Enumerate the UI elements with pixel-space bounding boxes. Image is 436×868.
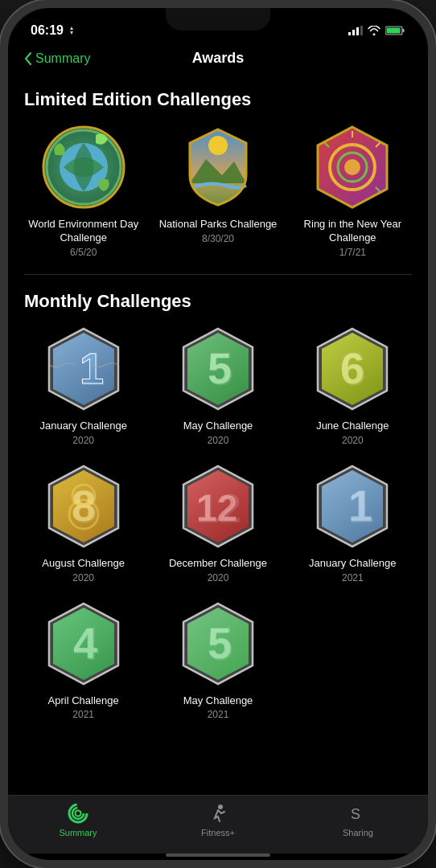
tab-bar: Summary Fitness+ S Sharing xyxy=(8,795,428,854)
award-item-apr2021[interactable]: 4 4 April Challenge 2021 xyxy=(24,600,142,721)
tab-summary[interactable]: Summary xyxy=(8,802,148,837)
apr2021-badge: 4 4 xyxy=(39,600,128,688)
svg-point-14 xyxy=(344,159,360,175)
jun2020-name: June Challenge xyxy=(316,420,389,433)
may2021-name: May Challenge xyxy=(183,694,253,708)
svg-rect-2 xyxy=(356,27,359,35)
summary-tab-label: Summary xyxy=(59,828,97,837)
limited-section-header: Limited Edition Challenges xyxy=(24,89,412,110)
svg-text:12: 12 xyxy=(196,487,237,529)
dec2020-badge: 12 12 xyxy=(174,462,262,551)
jun2020-badge: 6 6 xyxy=(308,325,397,413)
svg-rect-5 xyxy=(403,29,405,32)
award-item-jun2020[interactable]: 6 6 June Challenge 2020 xyxy=(294,325,412,446)
svg-rect-0 xyxy=(348,32,351,35)
status-icons xyxy=(348,26,405,35)
aug2020-name: August Challenge xyxy=(42,557,125,571)
award-item-world-env[interactable]: World Environment Day Challenge 6/5/20 xyxy=(24,123,142,258)
battery-icon xyxy=(385,26,405,35)
svg-text:1: 1 xyxy=(348,481,372,530)
limited-awards-grid: World Environment Day Challenge 6/5/20 xyxy=(24,123,412,258)
aug2020-badge: 8 8 xyxy=(39,462,128,551)
new-year-name: Ring in the New Year Challenge xyxy=(294,218,412,245)
jan2021-name: January Challenge xyxy=(309,557,396,571)
jan2021-badge: 1 1 xyxy=(308,462,397,551)
signal-icon xyxy=(348,26,363,35)
svg-point-39 xyxy=(76,811,81,817)
national-parks-name: National Parks Challenge xyxy=(159,218,278,231)
svg-text:5: 5 xyxy=(208,344,232,392)
back-label: Summary xyxy=(35,51,90,66)
nav-header: Summary Awards xyxy=(8,43,428,73)
award-item-jan2021[interactable]: 1 1 January Challenge 2021 xyxy=(294,462,412,583)
world-env-name: World Environment Day Challenge xyxy=(24,218,142,245)
svg-text:S: S xyxy=(351,806,360,822)
sharing-icon: S xyxy=(347,802,369,825)
award-item-national-parks[interactable]: National Parks Challenge 8/30/20 xyxy=(158,123,277,258)
svg-text:5: 5 xyxy=(208,619,232,667)
national-parks-date: 8/30/20 xyxy=(202,233,234,244)
svg-rect-3 xyxy=(360,26,363,35)
dec2020-name: December Challenge xyxy=(169,557,267,571)
svg-point-11 xyxy=(208,136,228,155)
jan2021-year: 2021 xyxy=(342,572,364,583)
may2021-year: 2021 xyxy=(208,709,229,720)
svg-point-40 xyxy=(218,805,223,809)
summary-tab-icon xyxy=(67,802,89,825)
sharing-tab-icon: S xyxy=(347,802,369,825)
svg-rect-6 xyxy=(387,28,401,34)
tab-sharing[interactable]: S Sharing xyxy=(288,802,428,837)
phone-frame: 06:19 xyxy=(0,0,436,868)
time-display: 06:19 xyxy=(31,23,64,38)
award-item-aug2020[interactable]: 8 8 August Challenge 2020 xyxy=(24,462,142,583)
apr2021-name: April Challenge xyxy=(48,694,119,708)
sharing-tab-label: Sharing xyxy=(343,828,373,837)
chevron-left-icon xyxy=(24,52,32,65)
new-year-date: 1/7/21 xyxy=(339,247,366,258)
fitness-tab-icon xyxy=(207,802,229,825)
may2020-badge: 5 5 xyxy=(174,325,262,413)
jun2020-year: 2020 xyxy=(342,435,364,446)
monthly-awards-grid: 1 1 January Challenge 2020 xyxy=(24,325,412,721)
wifi-icon xyxy=(368,26,380,35)
world-env-badge xyxy=(39,123,128,211)
home-indicator xyxy=(166,854,270,857)
svg-text:4: 4 xyxy=(73,619,97,667)
status-time: 06:19 xyxy=(31,23,76,38)
award-item-may2020[interactable]: 5 5 May Challenge 2020 xyxy=(158,325,277,446)
world-env-date: 6/5/20 xyxy=(70,247,97,258)
award-item-new-year[interactable]: Ring in the New Year Challenge 1/7/21 xyxy=(294,123,412,258)
award-item-dec2020[interactable]: 12 12 December Challenge 2020 xyxy=(158,462,277,583)
svg-rect-1 xyxy=(352,30,355,35)
may2020-name: May Challenge xyxy=(183,420,253,433)
phone-screen: 06:19 xyxy=(8,8,428,860)
aug2020-year: 2020 xyxy=(72,572,94,583)
apr2021-year: 2021 xyxy=(72,709,94,720)
fitness-tab-label: Fitness+ xyxy=(201,828,235,837)
may2021-badge: 5 5 xyxy=(174,600,262,688)
notch xyxy=(166,8,270,31)
jan2020-name: January Challenge xyxy=(39,420,126,433)
jan2020-year: 2020 xyxy=(72,435,94,446)
page-title: Awards xyxy=(192,50,245,67)
section-divider xyxy=(24,274,412,275)
monthly-section-header: Monthly Challenges xyxy=(24,291,412,312)
runner-icon xyxy=(207,802,229,825)
activity-ring-icon xyxy=(67,802,89,825)
scroll-content[interactable]: Limited Edition Challenges xyxy=(8,73,428,795)
location-icon xyxy=(67,26,76,35)
svg-text:1: 1 xyxy=(80,344,104,392)
new-year-badge xyxy=(308,123,397,211)
dec2020-year: 2020 xyxy=(208,572,229,583)
svg-text:6: 6 xyxy=(340,344,364,392)
may2020-year: 2020 xyxy=(208,435,229,446)
jan2020-badge: 1 1 xyxy=(39,325,128,413)
svg-point-38 xyxy=(72,808,84,819)
award-item-may2021[interactable]: 5 5 May Challenge 2021 xyxy=(158,600,277,721)
tab-fitness-plus[interactable]: Fitness+ xyxy=(148,802,288,837)
national-parks-badge xyxy=(174,123,262,211)
back-button[interactable]: Summary xyxy=(24,51,90,66)
award-item-jan2020[interactable]: 1 1 January Challenge 2020 xyxy=(24,325,142,446)
